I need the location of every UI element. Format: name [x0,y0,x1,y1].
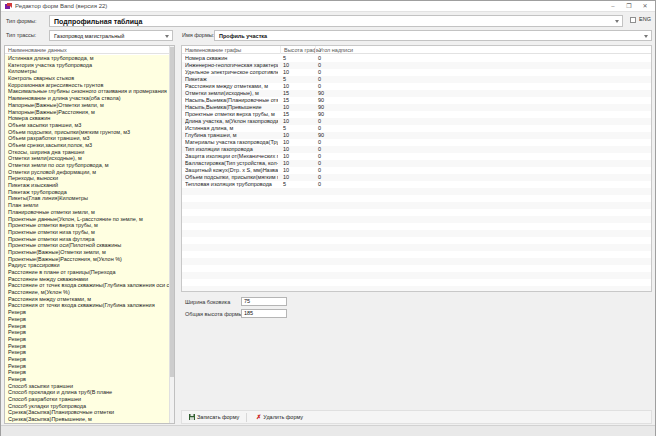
table-row[interactable]: Насыпь,Выемка(Планировочные отметки1590 [182,97,651,104]
list-item[interactable]: Срезка(Засыпка)Планировочные отметки [5,409,169,416]
list-item[interactable]: Расстояние от точек входа скважины(Глуби… [5,282,169,289]
cell-angle[interactable]: 90 [318,104,324,111]
table-row[interactable]: Отметки земли(исходные), м1590 [182,90,651,97]
list-item[interactable]: Резерв [5,329,169,336]
list-item[interactable]: Резерв [5,316,169,323]
left-scrollbar-thumb[interactable] [170,47,174,377]
cell-angle[interactable]: 0 [318,174,321,181]
cell-angle[interactable]: 0 [318,83,321,90]
eng-checkbox[interactable] [630,17,636,23]
cell-angle[interactable]: 90 [318,97,324,104]
route-type-combobox[interactable]: Газопровод магистральный [49,30,173,41]
close-button[interactable]: ✕ [637,1,653,12]
list-item[interactable]: Срезка(Засыпка)Превышение, м [5,416,169,423]
list-item[interactable]: Способ прокладки и длина труб(В плане [5,389,169,396]
list-item[interactable]: Резерв [5,363,169,370]
list-item[interactable]: Проектные отметки оси(Пилотной скважины [5,242,169,249]
table-row[interactable]: Длина участка, м(Уклон газопровода100 [182,118,651,125]
cell-height[interactable]: 10 [283,146,289,153]
list-item[interactable]: Планировочные отметки земли, м [5,209,169,216]
cell-angle[interactable]: 0 [318,160,321,167]
delete-form-button[interactable]: ✗ Удалить форму [251,411,308,423]
list-item[interactable]: Резерв [5,369,169,376]
left-scrollbar[interactable] [169,46,174,423]
list-item[interactable]: Резерв [5,356,169,363]
cell-angle[interactable]: 0 [318,69,321,76]
table-row[interactable]: Тип изоляции газопровода100 [182,146,651,153]
list-item[interactable]: Способ засыпки траншеи [5,383,169,390]
list-item[interactable]: Резерв [5,376,169,383]
list-item[interactable]: Максимальные глубины сезонного оттаивани… [5,88,169,95]
list-item[interactable]: Пикетаж трубопровода [5,189,169,196]
cell-height[interactable]: 10 [283,132,289,139]
cell-angle[interactable]: 0 [318,118,321,125]
list-item[interactable]: Резерв [5,349,169,356]
list-item[interactable]: Резерв [5,343,169,350]
list-item[interactable]: Расстояния от точки входа скважины(Глуби… [5,302,169,309]
list-item[interactable]: Проектные отметки низа футляра [5,236,169,243]
total-height-input[interactable]: 185 [241,309,287,318]
cell-height[interactable]: 10 [283,104,289,111]
list-item[interactable]: План земли [5,202,169,209]
list-item[interactable]: Радиус трассировки [5,262,169,269]
cell-height[interactable]: 5 [283,55,286,62]
list-item[interactable]: Отметки земли по оси трубопровода, м [5,162,169,169]
table-row[interactable]: Номера скважин50 [182,55,651,62]
list-item[interactable]: Расстояние в плане от границы(Перехода [5,269,169,276]
cell-angle[interactable]: 0 [318,125,321,132]
list-item[interactable]: Отметки земли(исходные), м [5,155,169,162]
list-item[interactable]: Способ разработки траншеи [5,396,169,403]
minimize-button[interactable]: – [605,1,621,12]
save-form-button[interactable]: Записать форму [184,411,244,423]
cell-angle[interactable]: 0 [318,167,321,174]
list-item[interactable]: Проектные отметки верха трубы, м [5,222,169,229]
cell-height[interactable]: 10 [283,174,289,181]
list-item[interactable]: Расстояния между отметками, м [5,296,169,303]
cell-height[interactable]: 10 [283,69,289,76]
cell-height[interactable]: 10 [283,118,289,125]
table-row[interactable]: Истинная длина, м50 [182,125,651,132]
cell-height[interactable]: 10 [283,160,289,167]
table-row[interactable]: Защита изоляции от(Механических поврежде… [182,153,651,160]
list-item[interactable]: Способ укладки трубопровода [5,403,169,410]
cell-height[interactable]: 10 [283,153,289,160]
list-item[interactable]: Резерв [5,323,169,330]
list-item[interactable]: Контроль сварных стыков [5,75,169,82]
table-row[interactable]: Объем подсыпки, присыпки(мягким грунтом,… [182,174,651,181]
table-row[interactable]: Пикетаж50 [182,76,651,83]
list-item[interactable]: Резерв [5,309,169,316]
cell-height[interactable]: 5 [283,181,286,188]
cell-height[interactable]: 15 [283,111,289,118]
table-row[interactable]: Защитный кожух(Dтр. х S, мм)Название100 [182,167,651,174]
side-width-input[interactable]: 75 [241,297,287,306]
table-row[interactable]: Материалы участка газопровода(Труба D х … [182,139,651,146]
cell-height[interactable]: 10 [283,83,289,90]
cell-angle[interactable]: 90 [318,132,324,139]
list-item[interactable]: Проектные данные(Уклон, L-расстояние по … [5,216,169,223]
table-row[interactable]: Тепловая изоляция трубопровода50 [182,181,651,188]
maximize-button[interactable]: ❐ [621,1,637,12]
table-row[interactable]: Расстояния между отметками, м100 [182,83,651,90]
cell-angle[interactable]: 0 [318,76,321,83]
cell-angle[interactable]: 0 [318,139,321,146]
list-item[interactable]: Резерв [5,336,169,343]
cell-height[interactable]: 10 [283,139,289,146]
list-item[interactable]: Переходы, выноски [5,175,169,182]
form-name-combobox[interactable]: Профиль участка [214,30,652,41]
chevron-down-icon[interactable] [165,35,169,38]
list-item[interactable]: Расстояние, м(Уклон %) [5,289,169,296]
list-item[interactable]: Пикеты(Глав линия)Километры [5,195,169,202]
list-item[interactable]: Пикетаж изысканий [5,182,169,189]
cell-angle[interactable]: 0 [318,62,321,69]
cell-angle[interactable]: 0 [318,55,321,62]
list-item[interactable]: Истинная длина трубопровода, м [5,55,169,62]
list-item[interactable]: Напорные(Важные)Отметки земли, м [5,102,169,109]
table-row[interactable]: Удельное электрическое сопротивление гру… [182,69,651,76]
list-item[interactable]: Проектные отметки низа трубы, м [5,229,169,236]
table-row[interactable]: Балластировка(Тип устройства, кол-во, ша… [182,160,651,167]
table-row[interactable]: Проектные отметки верха трубы, м1590 [182,111,651,118]
cell-angle[interactable]: 90 [318,111,324,118]
list-item[interactable]: Отметки русловой деформации, м [5,169,169,176]
list-item[interactable]: Расстояние между скважинами [5,276,169,283]
form-type-combobox[interactable]: Подпрофильная таблица [49,15,623,27]
